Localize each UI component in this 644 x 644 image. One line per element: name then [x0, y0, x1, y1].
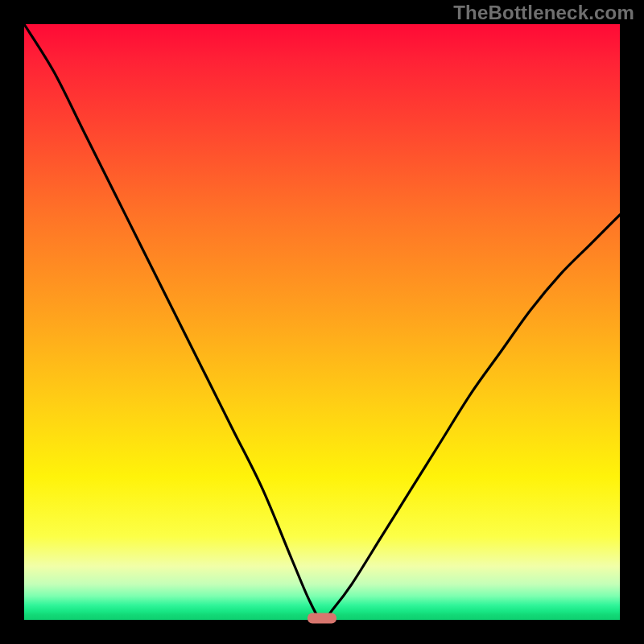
minimum-marker — [308, 613, 336, 624]
plot-area — [24, 24, 620, 620]
watermark-label: TheBottleneck.com — [453, 2, 634, 24]
curve-layer — [24, 24, 620, 620]
chart-frame: TheBottleneck.com — [0, 0, 644, 644]
bottleneck-curve — [24, 24, 620, 620]
